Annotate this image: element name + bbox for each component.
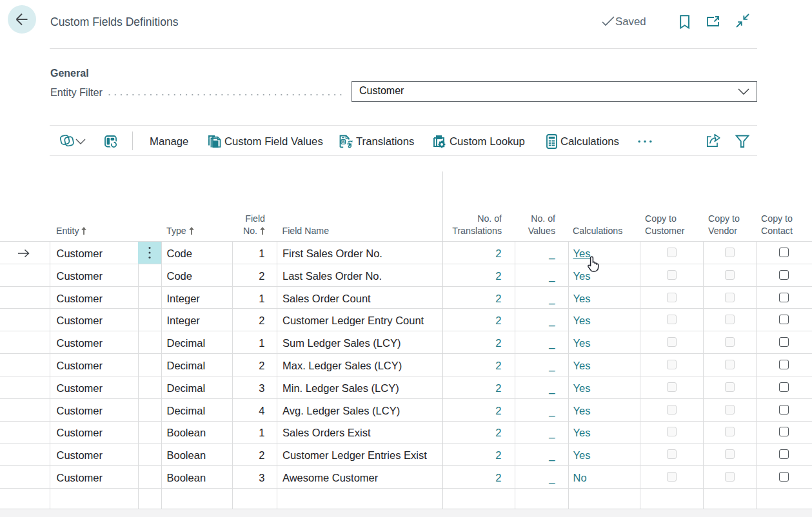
svg-text:a: a	[342, 139, 345, 144]
